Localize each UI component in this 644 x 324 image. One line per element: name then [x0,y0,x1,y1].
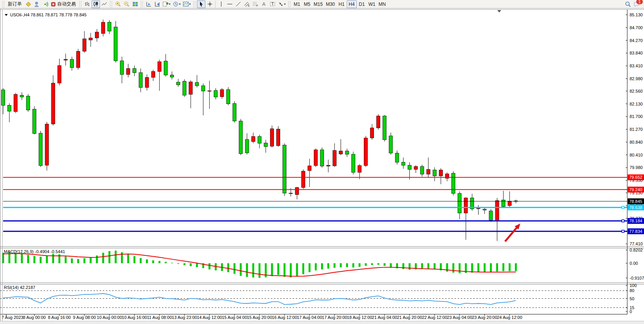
macd-bar [333,263,335,268]
timeframe-m1[interactable]: M1 [292,0,302,8]
chat-button[interactable]: 1 [632,0,641,8]
equidistant-channel-tool-button[interactable]: E [242,0,251,8]
candlestick-chart-button[interactable] [91,0,100,8]
window-bottom-edge[interactable] [0,321,644,324]
svg-text:100: 100 [630,283,637,288]
svg-text:80.840: 80.840 [630,140,643,144]
date-tick-label: 8 Aug 16:00 [48,315,71,320]
svg-text:83.410: 83.410 [630,63,643,68]
toolbar-grip[interactable] [141,1,143,7]
svg-text:0.00: 0.00 [630,261,638,266]
svg-text:81.270: 81.270 [630,127,643,132]
candle [233,101,236,123]
chart-area[interactable]: 85.13084.70084.27083.84083.41082.98082.5… [0,0,644,324]
macd-bar [277,263,279,275]
macd-bar [433,263,435,269]
zoom-in-button[interactable] [114,0,122,8]
line-chart-button[interactable] [100,0,109,8]
dropdown-caret-icon: ▾ [169,2,170,6]
macd-bar [83,258,85,263]
search-icon [625,1,631,7]
timeframe-h1[interactable]: H1 [337,0,347,8]
timeframe-m5[interactable]: M5 [302,0,312,8]
timeframe-m30[interactable]: M30 [324,0,336,8]
timeframe-d1[interactable]: D1 [357,0,367,8]
date-tick-label: 11 Aug 08:00 [147,315,172,320]
macd-bar [490,263,492,272]
svg-text:0: 0 [630,309,632,314]
fibonacci-icon: F [253,1,258,7]
search-button[interactable] [624,0,632,8]
toolbar-separator [215,1,216,8]
macd-bar [446,263,448,272]
terminal-button[interactable] [32,0,41,8]
arrows-tool-button[interactable]: ▾ [277,0,287,8]
price-tag-78.638: 78.638 [628,204,644,210]
macd-bar [171,263,173,263]
text-tool-button[interactable]: A [260,0,268,8]
macd-bar [52,254,54,263]
arrows-shapes-icon [278,1,284,7]
timeframe-mn[interactable]: MN [377,0,388,8]
svg-text:81.700: 81.700 [630,114,643,119]
svg-text:78.845: 78.845 [629,199,642,204]
toolbar-grip[interactable] [79,1,81,7]
templates-button[interactable]: ▾ [182,0,192,8]
svg-text:0.8202: 0.8202 [630,248,643,252]
chart-shift-button[interactable] [153,0,161,8]
tile-windows-button[interactable] [131,0,139,8]
vertical-line-tool-button[interactable] [217,0,225,8]
trendline-tool-button[interactable] [234,0,242,8]
macd-bar [327,263,329,269]
zoom-out-button[interactable] [122,0,131,8]
new-order-button[interactable]: 新订单 [6,0,24,8]
svg-text:80.410: 80.410 [630,153,643,157]
toolbar-grip[interactable] [193,1,195,7]
date-axis[interactable]: 7 Aug 20238 Aug 00:008 Aug 16:009 Aug 08… [2,314,522,320]
macd-bar [158,261,160,263]
autotrading-button[interactable]: 自动交易 [49,0,78,8]
tile-windows-icon [132,1,138,7]
crosshair-tool-button[interactable] [205,0,214,8]
svg-text:-0.9107: -0.9107 [630,276,644,280]
bar-chart-button[interactable] [83,0,91,8]
macd-bar [89,258,91,263]
fibonacci-tool-button[interactable]: F [251,0,260,8]
svg-text:84.700: 84.700 [630,25,643,30]
hline-handle[interactable] [622,230,624,232]
macd-bar [46,255,48,263]
candle [320,148,324,168]
toolbar-grip[interactable] [288,1,290,7]
macd-bar [371,263,373,265]
candle [76,49,80,70]
signals-button[interactable] [41,0,49,8]
date-tick-label: 22 Aug 12:00 [422,315,447,320]
hline-handle[interactable] [622,220,624,222]
periods-button[interactable]: ▾ [172,0,182,8]
svg-text:78.638: 78.638 [629,205,642,210]
mql-market-button[interactable] [24,0,32,8]
indicators-button[interactable]: ▾ [161,0,172,8]
main-toolbar: 新订单 自动交易 [0,0,644,9]
macd-bar [71,259,73,263]
timeframe-h4[interactable]: H4 [347,0,357,8]
svg-text:79.980: 79.980 [630,165,643,170]
rsi-label: RSI(14) 42.2187 [4,285,35,290]
candle [364,136,368,167]
svg-text:83.840: 83.840 [630,51,643,55]
macd-bar [384,263,386,266]
chart-shift-icon [154,1,160,7]
toolbar-grip[interactable] [2,1,4,7]
user-terminal-icon [34,1,40,7]
timeframe-w1[interactable]: W1 [367,0,377,8]
timeframe-m15[interactable]: M15 [312,0,324,8]
toolbar-grip[interactable] [110,1,112,7]
text-label-tool-button[interactable]: T [268,0,277,8]
hline-handle[interactable] [622,206,624,209]
cursor-tool-button[interactable] [197,0,205,8]
macd-bar [246,263,248,277]
horizontal-line-tool-button[interactable] [225,0,234,8]
candle [489,209,493,222]
auto-scroll-button[interactable] [144,0,153,8]
macd-bar [365,263,367,266]
